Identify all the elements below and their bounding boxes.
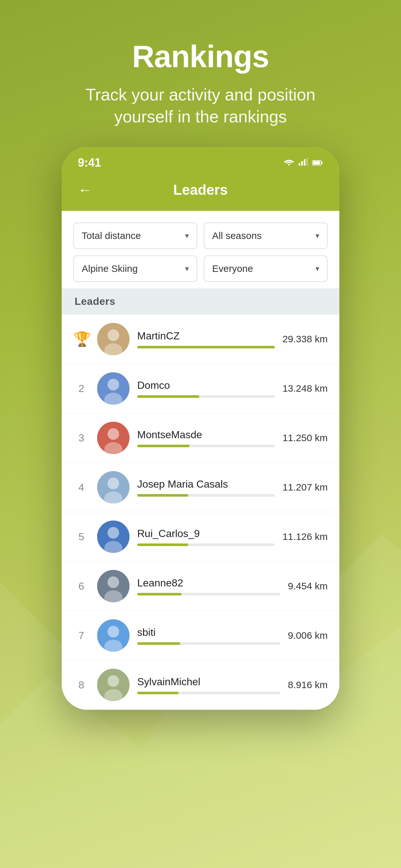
username: Josep Maria Casals	[137, 478, 275, 490]
audience-label: Everyone	[212, 263, 253, 274]
progress-bar-fill	[137, 395, 199, 398]
progress-bar	[137, 445, 275, 447]
back-button[interactable]: ←	[78, 182, 92, 198]
user-info: Josep Maria Casals	[137, 478, 275, 497]
status-time: 9:41	[78, 156, 101, 169]
avatar	[97, 669, 129, 701]
user-info: Leanne82	[137, 577, 280, 595]
filter-row-1: Total distance ▾ All seasons ▾	[73, 222, 328, 249]
avatar	[97, 323, 129, 355]
avatar	[97, 422, 129, 454]
svg-rect-3	[299, 163, 300, 166]
user-info: Domco	[137, 379, 275, 398]
username: MontseMasde	[137, 429, 275, 441]
avatar	[97, 570, 129, 602]
distance-value: 9.454 km	[288, 581, 328, 592]
progress-bar	[137, 544, 275, 546]
user-info: Rui_Carlos_9	[137, 528, 275, 546]
hero-section: Rankings Track your activity and positio…	[55, 39, 346, 128]
user-info: MontseMasde	[137, 429, 275, 447]
distance-value: 13.248 km	[282, 383, 328, 394]
username: MartinCZ	[137, 330, 275, 342]
user-info: MartinCZ	[137, 330, 275, 348]
rank-number: 2	[73, 383, 89, 395]
progress-bar-fill	[137, 346, 275, 348]
svg-point-26	[107, 577, 119, 588]
progress-bar	[137, 692, 280, 694]
svg-rect-5	[304, 159, 305, 166]
svg-rect-4	[301, 161, 303, 166]
chevron-down-icon: ▾	[315, 264, 319, 273]
username: Domco	[137, 379, 275, 392]
svg-point-23	[107, 527, 119, 538]
distance-value: 9.006 km	[288, 630, 328, 641]
rank-number: 5	[73, 531, 89, 543]
section-header: Leaders	[62, 288, 339, 314]
user-info: sbiti	[137, 626, 280, 645]
progress-bar	[137, 395, 275, 398]
status-icons	[284, 158, 323, 168]
content-area: Total distance ▾ All seasons ▾ Alpine Sk…	[62, 211, 339, 710]
seasons-label: All seasons	[212, 230, 261, 241]
trophy-icon: 🏆	[73, 331, 89, 347]
progress-bar	[137, 346, 275, 348]
distance-value: 11.126 km	[282, 531, 328, 542]
rank-number: 3	[73, 432, 89, 444]
sport-label: Alpine Skiing	[82, 263, 137, 274]
rank-number: 8	[73, 679, 89, 691]
filters-section: Total distance ▾ All seasons ▾ Alpine Sk…	[62, 211, 339, 288]
distance-value: 11.250 km	[282, 432, 328, 443]
progress-bar-fill	[137, 544, 188, 546]
wifi-icon	[284, 158, 294, 168]
rank-number: 4	[73, 482, 89, 493]
page-title: Rankings	[55, 39, 346, 74]
table-row: 2 Domco 13.248 km	[62, 364, 339, 413]
battery-icon	[312, 158, 323, 168]
table-row: 8 SylvainMichel 8.916 km	[62, 660, 339, 710]
svg-rect-6	[306, 158, 308, 166]
seasons-filter[interactable]: All seasons ▾	[204, 222, 328, 249]
distance-value: 11.207 km	[282, 482, 328, 493]
progress-bar	[137, 494, 275, 497]
svg-point-20	[107, 477, 119, 489]
avatar	[97, 619, 129, 652]
status-bar: 9:41	[62, 147, 339, 175]
svg-point-32	[107, 675, 119, 687]
progress-bar-fill	[137, 494, 188, 497]
progress-bar-fill	[137, 692, 179, 694]
leaderboard-list: 🏆 MartinCZ 29.338 km 2 Domco	[62, 314, 339, 710]
progress-bar	[137, 642, 280, 645]
svg-point-11	[107, 330, 119, 341]
distance-value: 8.916 km	[288, 679, 328, 690]
avatar	[97, 471, 129, 503]
header-title: Leaders	[174, 182, 228, 198]
svg-rect-8	[321, 162, 322, 164]
total-distance-label: Total distance	[82, 230, 141, 241]
table-row: 4 Josep Maria Casals 11.207 km	[62, 463, 339, 512]
username: Rui_Carlos_9	[137, 528, 275, 539]
sport-filter[interactable]: Alpine Skiing ▾	[73, 255, 197, 282]
avatar	[97, 521, 129, 553]
user-info: SylvainMichel	[137, 676, 280, 694]
username: SylvainMichel	[137, 676, 280, 688]
table-row: 5 Rui_Carlos_9 11.126 km	[62, 512, 339, 562]
progress-bar-fill	[137, 445, 189, 447]
svg-point-2	[288, 164, 290, 166]
avatar	[97, 372, 129, 405]
table-row: 7 sbiti 9.006 km	[62, 611, 339, 660]
audience-filter[interactable]: Everyone ▾	[204, 255, 328, 282]
rank-number: 6	[73, 580, 89, 592]
chevron-down-icon: ▾	[315, 231, 319, 240]
app-header: ← Leaders	[62, 175, 339, 211]
section-title: Leaders	[74, 296, 115, 307]
progress-bar-fill	[137, 593, 181, 595]
svg-point-29	[107, 626, 119, 638]
username: sbiti	[137, 626, 280, 639]
distance-value: 29.338 km	[282, 334, 328, 345]
svg-point-17	[107, 428, 119, 440]
username: Leanne82	[137, 577, 280, 589]
svg-rect-9	[313, 161, 320, 164]
total-distance-filter[interactable]: Total distance ▾	[73, 222, 197, 249]
progress-bar-fill	[137, 642, 180, 645]
chevron-down-icon: ▾	[185, 231, 189, 240]
